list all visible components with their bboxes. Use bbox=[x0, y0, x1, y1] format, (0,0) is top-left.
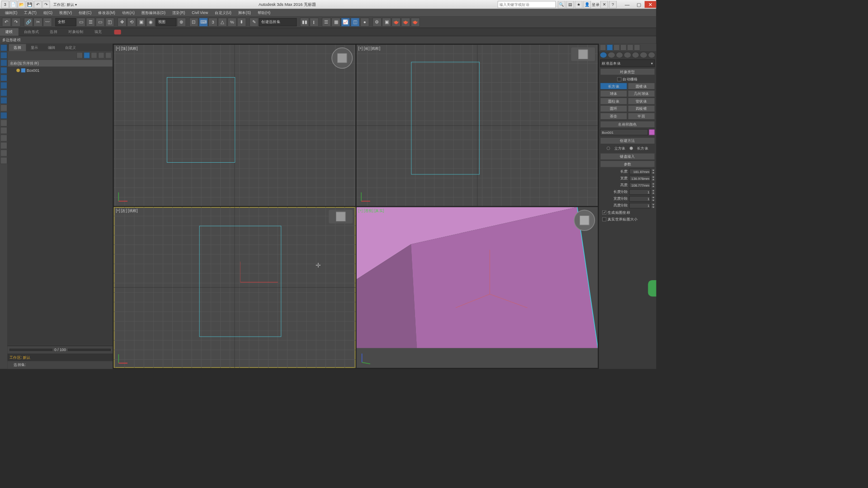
rendered-frame-button[interactable]: ▣ bbox=[382, 18, 391, 27]
cp-utilities-tab[interactable] bbox=[634, 44, 640, 51]
cp-geometry-icon[interactable] bbox=[600, 52, 607, 58]
menu-tools[interactable]: 工具(T) bbox=[21, 9, 40, 16]
menu-views[interactable]: 视图(V) bbox=[56, 9, 75, 16]
scene-item[interactable]: Box001 bbox=[8, 68, 113, 73]
cp-cameras-icon[interactable] bbox=[624, 52, 631, 58]
minimize-button[interactable]: — bbox=[621, 1, 633, 8]
se-options-icon[interactable] bbox=[0, 157, 7, 164]
menu-group[interactable]: 组(G) bbox=[40, 9, 56, 16]
se-close-icon[interactable] bbox=[76, 52, 83, 59]
cp-hierarchy-tab[interactable] bbox=[613, 44, 620, 51]
selection-filter[interactable]: 全部 bbox=[55, 18, 75, 26]
undo-icon[interactable]: ↶ bbox=[34, 1, 42, 9]
infocenter-icon[interactable]: 🔍 bbox=[558, 1, 566, 9]
se-column-header[interactable]: 名称(按升序排序) bbox=[8, 60, 113, 67]
new-icon[interactable]: 📄 bbox=[9, 1, 17, 9]
workspace-selector[interactable]: 工作区: 默认 bbox=[53, 2, 74, 7]
prim-teapot[interactable]: 茶壶 bbox=[600, 113, 627, 119]
exchange-icon[interactable]: ✕ bbox=[600, 1, 608, 9]
ribbon-pin-icon[interactable] bbox=[114, 29, 121, 34]
time-slider-mini[interactable] bbox=[9, 349, 52, 351]
rollout-object-type[interactable]: 对象类型 bbox=[600, 68, 655, 75]
favorites-icon[interactable]: ★ bbox=[575, 1, 583, 9]
visibility-icon[interactable] bbox=[16, 69, 20, 72]
menu-help[interactable]: 帮助(H) bbox=[254, 9, 274, 16]
cp-systems-icon[interactable] bbox=[648, 52, 655, 58]
menu-maxscript[interactable]: 脚本(S) bbox=[235, 9, 254, 16]
se-frozen-icon[interactable] bbox=[0, 127, 7, 134]
select-button[interactable]: ▭ bbox=[76, 18, 85, 27]
se-filter-icon[interactable] bbox=[0, 142, 7, 149]
rollout-name-color[interactable]: 名称和颜色 bbox=[600, 121, 655, 128]
se-lights-icon[interactable] bbox=[0, 67, 7, 74]
schematic-view-button[interactable]: ◫ bbox=[351, 18, 360, 27]
se-bone-icon[interactable] bbox=[0, 112, 7, 119]
redo-icon[interactable]: ↷ bbox=[42, 1, 50, 9]
box-wireframe[interactable] bbox=[167, 77, 235, 163]
viewcube[interactable] bbox=[329, 210, 353, 223]
render-activeshade-button[interactable]: 🫖 bbox=[411, 18, 420, 27]
angle-snap-button[interactable]: △ bbox=[218, 18, 227, 27]
menu-rendering[interactable]: 渲染(R) bbox=[169, 9, 188, 16]
spinner-down-icon[interactable]: ▾ bbox=[651, 172, 655, 174]
radio-cube[interactable] bbox=[607, 146, 610, 150]
percent-snap-button[interactable]: % bbox=[227, 18, 236, 27]
viewcube[interactable] bbox=[574, 210, 595, 231]
se-view-icon[interactable] bbox=[91, 52, 97, 59]
length-spinner[interactable]: 181.87mm bbox=[629, 169, 651, 174]
se-hidden-icon[interactable] bbox=[0, 135, 7, 141]
select-by-name-button[interactable]: ☰ bbox=[86, 18, 95, 27]
keyboard-shortcut-toggle[interactable]: ⌨ bbox=[199, 18, 208, 27]
viewport-label[interactable]: [+] [透视] [真实] bbox=[359, 208, 384, 213]
cp-display-tab[interactable] bbox=[627, 44, 633, 51]
se-config-icon[interactable] bbox=[105, 52, 112, 59]
render-iterative-button[interactable]: 🫖 bbox=[401, 18, 410, 27]
placement-button[interactable]: ◉ bbox=[146, 18, 156, 27]
lseg-spinner[interactable]: 1 bbox=[629, 189, 651, 195]
rect-region-button[interactable]: ▭ bbox=[96, 18, 105, 27]
open-icon[interactable]: 📂 bbox=[18, 1, 25, 9]
time-slider-mini2[interactable] bbox=[68, 349, 111, 351]
se-shapes-icon[interactable] bbox=[0, 60, 7, 66]
floating-action-button[interactable] bbox=[648, 280, 656, 296]
viewport-left[interactable]: [+] [左] [线框] ✛ bbox=[114, 207, 355, 368]
prim-box[interactable]: 长方体 bbox=[600, 83, 627, 89]
se-lock-icon[interactable] bbox=[84, 52, 90, 59]
menu-edit[interactable]: 编辑(E) bbox=[1, 9, 21, 16]
app-menu-icon[interactable]: 3 bbox=[1, 1, 9, 9]
ribbon-tab-modeling[interactable]: 建模 bbox=[0, 28, 19, 36]
maximize-button[interactable]: ▢ bbox=[633, 1, 645, 8]
menu-grapheditors[interactable]: 图形编辑器(D) bbox=[138, 9, 169, 16]
se-sync-icon[interactable] bbox=[0, 150, 7, 156]
width-spinner[interactable]: 136.978mm bbox=[629, 176, 651, 181]
menu-animation[interactable]: 动画(A) bbox=[118, 9, 138, 16]
object-color-swatch[interactable] bbox=[649, 129, 655, 136]
link-button[interactable]: 🔗 bbox=[24, 18, 33, 27]
prim-cone[interactable]: 圆锥体 bbox=[628, 83, 655, 89]
scale-button[interactable]: ▣ bbox=[137, 18, 146, 27]
ribbon-tab-objectpaint[interactable]: 对象绘制 bbox=[63, 28, 89, 36]
viewport-label[interactable]: [+] [前] [线框] bbox=[359, 46, 380, 51]
height-spinner[interactable]: 108.777mm bbox=[629, 183, 651, 188]
move-button[interactable]: ✥ bbox=[118, 18, 127, 27]
prim-geosphere[interactable]: 几何球体 bbox=[628, 90, 655, 97]
autogrid-checkbox[interactable] bbox=[617, 77, 621, 81]
se-containers-icon[interactable] bbox=[0, 120, 7, 127]
hseg-spinner[interactable]: 1 bbox=[629, 203, 651, 208]
viewport-top[interactable]: [+] [顶] [线框] bbox=[114, 45, 355, 206]
render-production-button[interactable]: 🫖 bbox=[392, 18, 401, 27]
cp-modify-tab[interactable] bbox=[607, 44, 613, 51]
rollout-keyboard-entry[interactable]: 键盘输入 bbox=[600, 153, 655, 160]
curve-editor-button[interactable]: 📈 bbox=[341, 18, 350, 27]
viewport-label[interactable]: [+] [左] [线框] bbox=[116, 208, 137, 213]
viewport-label[interactable]: [+] [顶] [线框] bbox=[116, 46, 137, 51]
align-button[interactable]: ⫿ bbox=[310, 18, 319, 27]
viewport-front[interactable]: [+] [前] [线框] bbox=[356, 45, 598, 206]
se-groups-icon[interactable] bbox=[0, 97, 7, 104]
cp-motion-tab[interactable] bbox=[620, 44, 627, 51]
subscription-icon[interactable]: ▤ bbox=[566, 1, 574, 9]
se-cameras-icon[interactable] bbox=[0, 75, 7, 81]
user-icon[interactable]: 👤 bbox=[583, 1, 591, 9]
se-display-all-icon[interactable] bbox=[0, 44, 7, 51]
cp-spacewarps-icon[interactable] bbox=[640, 52, 647, 58]
